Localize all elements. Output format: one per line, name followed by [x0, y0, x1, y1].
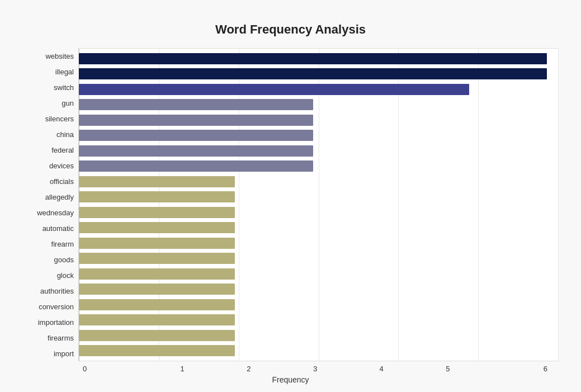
bar: [79, 145, 313, 157]
bar-row: [79, 51, 547, 66]
bar: [79, 191, 235, 202]
bar-row: [79, 97, 547, 112]
bar-row: [79, 67, 547, 81]
bar: [79, 160, 313, 172]
bar: [79, 299, 235, 310]
bar: [79, 53, 547, 64]
bar-row: [79, 159, 547, 173]
x-axis-label: Frequency: [22, 375, 559, 384]
y-label: importation: [38, 314, 74, 330]
y-label: authorities: [40, 283, 74, 299]
bar-row: [79, 205, 547, 220]
chart-area: websitesillegalswitchgunsilencerschinafe…: [22, 48, 559, 356]
bar: [79, 253, 235, 264]
y-label: automatic: [42, 220, 74, 236]
bar: [79, 330, 235, 341]
x-tick: 0: [83, 365, 149, 373]
x-tick: 4: [348, 365, 415, 373]
y-label: gun: [62, 95, 74, 111]
y-label: conversion: [39, 299, 74, 314]
bar: [79, 238, 235, 249]
bar-row: [79, 328, 547, 343]
bar: [79, 268, 235, 280]
y-label: import: [54, 346, 74, 361]
x-tick: 3: [282, 365, 348, 373]
y-label: allegedly: [45, 189, 74, 205]
bar-row: [79, 190, 547, 204]
bar-row: [79, 128, 547, 143]
bar-row: [79, 174, 547, 189]
bar-row: [79, 343, 547, 358]
bar-row: [79, 82, 547, 97]
bar-row: [79, 251, 547, 266]
bar: [79, 345, 235, 356]
bar-row: [79, 267, 547, 281]
bar: [79, 130, 313, 141]
y-labels: websitesillegalswitchgunsilencerschinafe…: [22, 48, 78, 361]
y-label: firearms: [48, 330, 74, 346]
y-label: federal: [51, 142, 74, 158]
bar: [79, 222, 235, 233]
bar: [79, 84, 469, 95]
bar: [79, 115, 313, 126]
bar: [79, 99, 313, 110]
bar: [79, 284, 235, 295]
bar-row: [79, 282, 547, 296]
y-label: goods: [54, 252, 74, 267]
bar-row: [79, 236, 547, 251]
bar: [79, 68, 547, 79]
y-label: switch: [54, 79, 74, 95]
chart-title: Word Frequency Analysis: [22, 22, 559, 37]
x-tick: 2: [215, 365, 282, 373]
bar-row: [79, 313, 547, 327]
bar-row: [79, 144, 547, 158]
plot-area: [78, 48, 559, 361]
x-tick: 5: [415, 365, 481, 373]
chart-container: Word Frequency Analysis websitesillegals…: [11, 11, 570, 392]
bars-section: websitesillegalswitchgunsilencerschinafe…: [22, 48, 559, 361]
bar: [79, 207, 235, 218]
y-label: officials: [50, 173, 74, 189]
y-label: firearm: [51, 236, 74, 252]
y-label: devices: [49, 158, 74, 173]
y-label: china: [56, 126, 74, 142]
y-label: illegal: [55, 64, 74, 79]
y-label: silencers: [45, 111, 74, 126]
bar: [79, 314, 235, 325]
x-axis: 0123456: [83, 361, 559, 373]
grid-line: [558, 49, 559, 361]
x-tick: 6: [481, 365, 547, 373]
y-label: glock: [57, 267, 74, 283]
bar-row: [79, 297, 547, 312]
bar: [79, 176, 235, 187]
x-tick: 1: [149, 365, 216, 373]
y-label: wednesday: [37, 205, 74, 220]
bar-row: [79, 220, 547, 235]
y-label: websites: [45, 48, 74, 64]
bar-row: [79, 113, 547, 127]
